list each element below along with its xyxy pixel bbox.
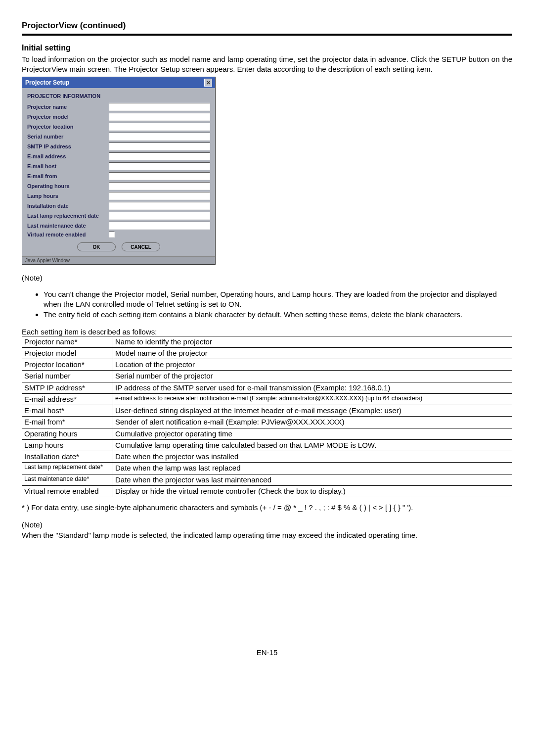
field-smtp-ip: SMTP IP address — [27, 142, 210, 150]
virtual-remote-checkbox[interactable] — [109, 232, 115, 237]
page-title: ProjectorView (continued) — [22, 21, 512, 31]
ok-button[interactable]: OK — [77, 242, 116, 251]
dialog-footer: Java Applet Window — [22, 256, 215, 264]
projector-model-input[interactable] — [109, 113, 210, 121]
setting-item: Projector name* — [22, 336, 113, 347]
setting-description: Date when the lamp was last replaced — [113, 463, 512, 474]
table-row: Last maintenance date*Date when the proj… — [22, 474, 512, 485]
table-row: Serial numberSerial number of the projec… — [22, 371, 512, 382]
field-last-lamp-replacement-date: Last lamp replacement date — [27, 212, 210, 220]
operating-hours-input[interactable] — [109, 182, 210, 190]
field-label: Last maintenance date — [27, 223, 109, 229]
installation-date-input[interactable] — [109, 202, 210, 210]
cancel-button[interactable]: CANCEL — [122, 242, 160, 251]
field-label: Serial number — [27, 134, 109, 140]
field-email-host: E-mail host — [27, 162, 210, 170]
setting-description: Date when the projector was last mainten… — [113, 474, 512, 485]
setting-description: IP address of the SMTP server used for e… — [113, 382, 512, 393]
setting-description: Display or hide the virtual remote contr… — [113, 485, 512, 497]
close-icon[interactable]: ✕ — [204, 79, 212, 87]
note-list: You can't change the Projector model, Se… — [22, 289, 512, 320]
table-row: E-mail address*e-mail address to receive… — [22, 393, 512, 405]
dialog-section-label: PROJECTOR INFORMATION — [27, 93, 210, 99]
setting-item: Installation date* — [22, 451, 113, 463]
dialog-body: PROJECTOR INFORMATION Projector name Pro… — [22, 88, 215, 256]
setting-item: Lamp hours — [22, 439, 113, 451]
table-row: Virtual remote enabledDisplay or hide th… — [22, 485, 512, 497]
field-label: SMTP IP address — [27, 143, 109, 149]
table-row: Projector name*Name to identify the proj… — [22, 336, 512, 347]
field-label: Projector location — [27, 124, 109, 130]
field-label: Virtual remote enabled — [27, 232, 109, 237]
table-row: Projector modelModel name of the project… — [22, 347, 512, 359]
section-heading: Initial setting — [22, 44, 512, 52]
setting-item: Last maintenance date* — [22, 474, 113, 485]
setting-item: Last lamp replacement date* — [22, 463, 113, 474]
note2-label: (Note) — [22, 520, 512, 529]
setting-description: Name to identify the projector — [113, 336, 512, 347]
table-row: Last lamp replacement date*Date when the… — [22, 463, 512, 474]
field-projector-name: Projector name — [27, 103, 210, 111]
email-address-input[interactable] — [109, 152, 210, 160]
projector-setup-dialog: Projector Setup ✕ PROJECTOR INFORMATION … — [22, 77, 216, 265]
table-row: Projector location*Location of the proje… — [22, 359, 512, 371]
table-row: E-mail host*User-defined string displaye… — [22, 405, 512, 417]
field-label: Operating hours — [27, 183, 109, 189]
smtp-ip-input[interactable] — [109, 142, 210, 150]
settings-intro: Each setting item is described as follow… — [22, 328, 512, 336]
setting-item: E-mail host* — [22, 405, 113, 417]
field-projector-model: Projector model — [27, 113, 210, 121]
email-from-input[interactable] — [109, 172, 210, 180]
setting-description: Cumulative projector operating time — [113, 428, 512, 439]
note2-body: When the "Standard" lamp mode is selecte… — [22, 531, 512, 539]
setting-item: Projector location* — [22, 359, 113, 371]
setting-description: e-mail address to receive alert notifica… — [113, 393, 512, 405]
setting-item: Serial number — [22, 371, 113, 382]
field-label: Lamp hours — [27, 193, 109, 199]
projector-name-input[interactable] — [109, 103, 210, 111]
setting-description: Cumulative lamp operating time calculate… — [113, 439, 512, 451]
setting-description: Date when the projector was installed — [113, 451, 512, 463]
field-label: E-mail address — [27, 153, 109, 159]
field-serial-number: Serial number — [27, 133, 210, 141]
table-row: Installation date*Date when the projecto… — [22, 451, 512, 463]
setting-description: User-defined string displayed at the Int… — [113, 405, 512, 417]
footnote: * ) For data entry, use single-byte alph… — [22, 503, 512, 512]
field-label: Installation date — [27, 203, 109, 209]
setting-description: Location of the projector — [113, 359, 512, 371]
setting-description: Model name of the projector — [113, 347, 512, 359]
field-email-from: E-mail from — [27, 172, 210, 180]
field-virtual-remote-enabled: Virtual remote enabled — [27, 232, 210, 237]
field-last-maintenance-date: Last maintenance date — [27, 222, 210, 230]
field-operating-hours: Operating hours — [27, 182, 210, 190]
field-label: Last lamp replacement date — [27, 213, 109, 219]
note-item: The entry field of each setting item con… — [44, 310, 512, 320]
email-host-input[interactable] — [109, 162, 210, 170]
projector-location-input[interactable] — [109, 123, 210, 131]
setting-item: E-mail from* — [22, 417, 113, 428]
dialog-titlebar: Projector Setup ✕ — [22, 77, 215, 88]
heading-divider — [22, 34, 512, 36]
last-maintenance-date-input[interactable] — [109, 222, 210, 230]
setting-item: Projector model — [22, 347, 113, 359]
lamp-hours-input[interactable] — [109, 192, 210, 200]
field-lamp-hours: Lamp hours — [27, 192, 210, 200]
intro-paragraph: To load information on the projector suc… — [22, 54, 512, 74]
field-label: Projector name — [27, 104, 109, 110]
field-label: Projector model — [27, 114, 109, 120]
table-row: SMTP IP address*IP address of the SMTP s… — [22, 382, 512, 393]
note-item: You can't change the Projector model, Se… — [44, 289, 512, 309]
field-installation-date: Installation date — [27, 202, 210, 210]
serial-number-input[interactable] — [109, 133, 210, 141]
settings-description-table: Projector name*Name to identify the proj… — [22, 336, 512, 498]
dialog-button-row: OK CANCEL — [27, 239, 210, 255]
setting-item: E-mail address* — [22, 393, 113, 405]
field-label: E-mail from — [27, 173, 109, 179]
setting-item: Operating hours — [22, 428, 113, 439]
setting-item: Virtual remote enabled — [22, 485, 113, 497]
field-email-address: E-mail address — [27, 152, 210, 160]
last-lamp-replacement-date-input[interactable] — [109, 212, 210, 220]
table-row: E-mail from*Sender of alert notification… — [22, 417, 512, 428]
note-label: (Note) — [22, 274, 512, 282]
field-label: E-mail host — [27, 163, 109, 169]
